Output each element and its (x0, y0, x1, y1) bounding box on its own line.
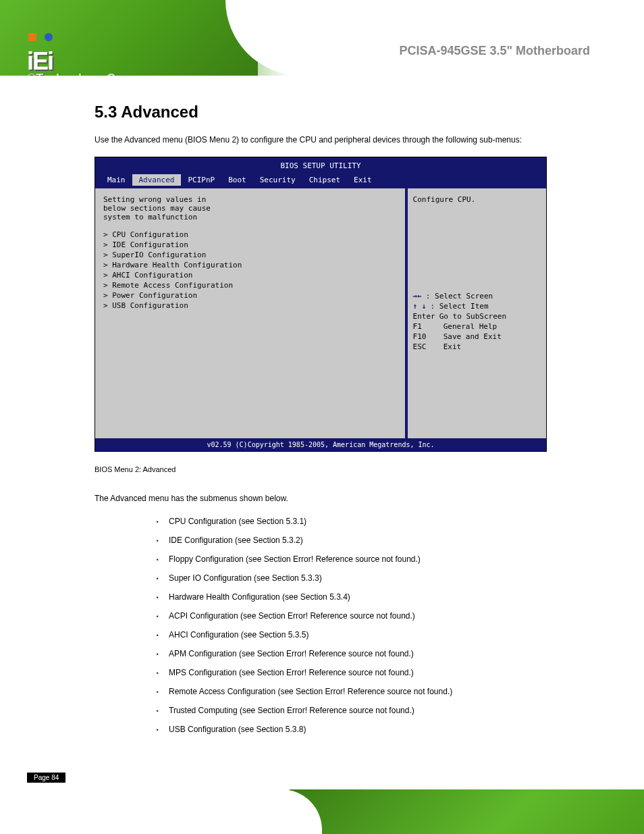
footer-banner (0, 789, 644, 834)
logo-orange-box-icon (28, 33, 36, 41)
list-item: Trusted Computing (see Section Error! Re… (169, 706, 549, 715)
bios-tab-boot: Boot (221, 174, 253, 186)
bios-nav-label: : Select Item (430, 302, 488, 311)
list-item: CPU Configuration (see Section 5.3.1) (169, 517, 549, 526)
list-item: Hardware Health Configuration (see Secti… (169, 592, 549, 602)
brand-subtext: ®Technology Corp. (27, 72, 138, 76)
list-item: AHCI Configuration (see Section 5.3.5) (169, 630, 549, 640)
footer-circuit-art (290, 789, 644, 834)
page-content: 5.3 Advanced Use the Advanced menu (BIOS… (0, 76, 644, 757)
bios-menu-item: Power Configuration (103, 291, 397, 300)
bios-nav-label: General Help (444, 322, 497, 331)
brand-logo: iEi ®Technology Corp. (27, 19, 138, 76)
figure-caption: BIOS Menu 2: Advanced (95, 465, 549, 473)
bios-nav-key: F10 (413, 332, 427, 341)
list-item: MPS Configuration (see Section Error! Re… (169, 668, 549, 677)
bios-menu-left: Setting wrong values in below sections m… (95, 188, 405, 438)
bios-nav-label: Save and Exit (444, 332, 502, 341)
bios-nav-key: Enter (413, 312, 435, 321)
bios-menu-item: Remote Access Configuration (103, 281, 397, 290)
bios-tab-exit: Exit (347, 174, 379, 186)
footer-curve (0, 789, 322, 834)
bios-menu-item: SuperIO Configuration (103, 251, 397, 259)
bios-tab-advanced: Advanced (132, 174, 182, 186)
header-banner: iEi ®Technology Corp. PCISA-945GSE 3.5" … (0, 0, 644, 76)
bios-tab-bar: Main Advanced PCIPnP Boot Security Chips… (95, 174, 546, 188)
list-item: Remote Access Configuration (see Section… (169, 687, 549, 696)
bios-nav-label: : Select Screen (426, 292, 493, 301)
page-number: Page 84 (27, 773, 65, 783)
bios-nav-key: F1 (413, 322, 422, 331)
submenu-list: CPU Configuration (see Section 5.3.1) ID… (95, 517, 549, 734)
list-item: APM Configuration (see Section Error! Re… (169, 649, 549, 658)
bios-help-text: Configure CPU. (413, 195, 541, 204)
section-description: Use the Advanced menu (BIOS Menu 2) to c… (95, 135, 549, 145)
bios-help-panel: Configure CPU. →←: Select Screen ↑ ↓: Se… (405, 188, 546, 438)
page-number-box: Page 84 (27, 771, 644, 783)
bios-nav-label: Go to SubScreen (439, 312, 506, 321)
bios-footer: v02.59 (C)Copyright 1985-2005, American … (95, 438, 546, 451)
bios-nav-label: Exit (444, 342, 462, 351)
bios-menu-item: AHCI Configuration (103, 271, 397, 280)
list-item: Super IO Configuration (see Section 5.3.… (169, 573, 549, 583)
section-heading: 5.3 Advanced (95, 103, 549, 122)
bios-title: BIOS SETUP UTILITY (95, 157, 546, 174)
bios-nav-key: ESC (413, 342, 427, 351)
list-item: IDE Configuration (see Section 5.3.2) (169, 536, 549, 545)
submenu-description: The Advanced menu has the submenus shown… (95, 494, 549, 503)
bios-menu-item: USB Configuration (103, 301, 397, 310)
list-item: Floppy Configuration (see Section Error!… (169, 554, 549, 564)
list-item: ACPI Configuration (see Section Error! R… (169, 611, 549, 621)
bios-menu-item: IDE Configuration (103, 240, 397, 249)
arrow-updown-icon: ↑ ↓ (413, 302, 427, 311)
bios-tab-chipset: Chipset (302, 174, 347, 186)
bios-nav-help: →←: Select Screen ↑ ↓: Select Item Enter… (413, 292, 541, 351)
bios-tab-pcipnp: PCIPnP (181, 174, 221, 186)
bios-menu-item: Hardware Health Configuration (103, 261, 397, 269)
bios-screenshot: BIOS SETUP UTILITY Main Advanced PCIPnP … (95, 157, 547, 452)
bios-menu-item: CPU Configuration (103, 230, 397, 239)
arrow-leftright-icon: →← (413, 292, 422, 301)
logo-blue-circle-icon (45, 33, 53, 41)
product-name: PCISA-945GSE 3.5" Motherboard (399, 44, 590, 58)
bios-warning-2: below sections may cause (103, 204, 397, 213)
bios-tab-main: Main (101, 174, 132, 186)
bios-tab-security: Security (253, 174, 302, 186)
bios-warning-1: Setting wrong values in (103, 195, 397, 204)
header-curve (225, 0, 644, 76)
list-item: USB Configuration (see Section 5.3.8) (169, 725, 549, 734)
bios-body: Setting wrong values in below sections m… (95, 188, 546, 438)
bios-warning-3: system to malfunction (103, 213, 397, 221)
